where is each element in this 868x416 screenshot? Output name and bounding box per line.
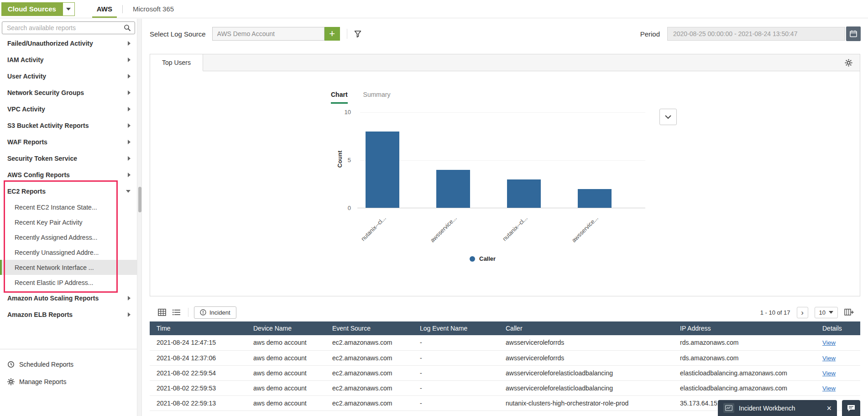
chevron-right-icon [128,123,131,128]
panel-settings-button[interactable] [845,59,852,68]
sidebar-item-label: User Activity [7,73,46,80]
sidebar-subitem-recent-elastic-ip-address[interactable]: Recent Elastic IP Address... [0,275,137,290]
next-page-button[interactable]: › [797,307,808,318]
tab-aws[interactable]: AWS [87,0,122,18]
view-link[interactable]: View [822,339,836,346]
incident-icon [200,309,206,316]
list-view-icon [173,309,181,316]
column-header-caller: Caller [499,321,673,335]
sidebar-item-security-token-service[interactable]: Security Token Service [0,150,137,167]
table-row: 2021-08-24 12:47:15aws demo accountec2.a… [150,335,860,350]
sidebar-item-amazon-auto-scaling-reports[interactable]: Amazon Auto Scaling Reports [0,290,137,306]
chevron-down-icon [126,190,131,193]
sidebar-item-iam-activity[interactable]: IAM Activity [0,52,137,68]
chart-bar[interactable] [578,189,612,208]
table-cell: elasticloadbalancing.amazonaws.com [673,380,816,395]
sidebar-item-scheduled-reports[interactable]: Scheduled Reports [0,356,137,373]
chart-bar[interactable] [507,179,541,208]
scrollbar-thumb[interactable] [138,187,141,212]
incident-button-label: Incident [209,309,230,316]
sidebar-subitem-recently-unassigned-addre[interactable]: Recently Unassigned Addre... [0,245,137,260]
chart-bar[interactable] [436,170,470,208]
column-add-icon [844,309,854,316]
column-header-ip-address: IP Address [673,321,816,335]
sidebar-item-network-security-groups[interactable]: Network Security Groups [0,84,137,101]
sidebar-item-manage-reports[interactable]: Manage Reports [0,373,137,390]
table-row: 2021-08-02 22:59:54aws demo accountec2.a… [150,365,860,380]
sidebar-subitem-recent-network-interface[interactable]: Recent Network Interface ... [0,260,137,275]
table-cell: awsserviceroleforelasticloadbalancing [499,365,673,380]
chevron-right-icon [128,41,131,46]
sidebar-item-user-activity[interactable]: User Activity [0,68,137,84]
log-source-input[interactable] [212,27,324,41]
sidebar-item-s3-bucket-activity-reports[interactable]: S3 Bucket Activity Reports [0,117,137,134]
chart-legend: Caller [470,255,496,262]
chevron-right-icon [128,173,131,177]
sidebar-item-failed-unauthorized-activity[interactable]: Failed/Unauthorized Activity [0,35,137,52]
sidebar-footer: Scheduled Reports Manage Reports [0,349,137,390]
sidebar-item-aws-config-reports[interactable]: AWS Config Reports [0,167,137,183]
page-size-dropdown[interactable]: 10 [815,307,838,318]
sidebar-item-waf-reports[interactable]: WAF Reports [0,134,137,150]
view-link[interactable]: View [822,385,836,392]
chart-plot: nutanix--cl...awsservice...nutanix--cl..… [360,112,645,208]
chevron-down-icon [66,8,71,11]
sidebar-footer-label: Scheduled Reports [19,361,73,368]
chart-bar[interactable] [366,132,399,208]
list-view-button[interactable] [173,309,181,316]
close-icon[interactable]: × [826,404,831,412]
sidebar-item-label: Network Security Groups [7,89,84,96]
grid-view-icon [158,309,166,316]
sidebar-subitem-recently-assigned-address[interactable]: Recently Assigned Address... [0,230,137,245]
view-link[interactable]: View [822,355,836,362]
search-icon [124,24,131,32]
period-range-input[interactable] [667,27,845,41]
table-cell: - [413,365,499,380]
incident-workbench-panel[interactable]: Incident Workbench × [718,400,837,416]
cloud-sources-button[interactable]: Cloud Sources [1,2,63,16]
table-cell: ec2.amazonaws.com [325,380,413,395]
table-cell: ec2.amazonaws.com [325,350,413,365]
table-cell: ec2.amazonaws.com [325,335,413,350]
legend-label: Caller [479,255,496,262]
legend-swatch [470,256,475,262]
sidebar-item-vpc-activity[interactable]: VPC Activity [0,101,137,117]
column-chooser-button[interactable] [844,309,854,316]
chevron-down-icon [665,115,671,119]
controls-row: Select Log Source + Period [150,26,861,41]
sidebar-item-ec2-reports[interactable]: EC2 Reports [0,183,137,200]
filter-button[interactable] [354,30,361,37]
column-header-device-name: Device Name [246,321,325,335]
cloud-sources-caret-button[interactable] [63,2,75,16]
sidebar-report-groups: Failed/Unauthorized ActivityIAM Activity… [0,35,137,323]
tab-summary[interactable]: Summary [363,91,391,104]
calendar-button[interactable] [846,26,861,41]
table-cell: 2021-08-02 22:59:53 [150,380,246,395]
sidebar-scrollbar[interactable] [137,19,142,416]
sidebar-item-label: Amazon ELB Reports [7,311,73,318]
chat-bubble-icon [847,404,856,412]
view-link[interactable]: View [822,370,836,377]
sidebar-item-amazon-elb-reports[interactable]: Amazon ELB Reports [0,306,137,323]
tab-chart[interactable]: Chart [331,91,348,104]
sidebar-subitem-recent-ec2-instance-state[interactable]: Recent EC2 Instance State... [0,200,137,215]
workbench-icon [723,403,734,413]
x-axis-label: nutanix--cl... [337,215,387,265]
tab-top-users[interactable]: Top Users [150,54,203,71]
grid-view-button[interactable] [158,309,166,316]
table-cell: awsserviceroleforrds [499,350,673,365]
chat-button[interactable] [842,400,860,416]
page-size-value: 10 [819,309,826,316]
tab-microsoft-365[interactable]: Microsoft 365 [123,0,184,18]
add-log-source-button[interactable]: + [324,27,340,41]
incident-button[interactable]: Incident [194,306,236,319]
pagination-range: 1 - 10 of 17 [760,309,790,316]
chart-options-button[interactable] [659,109,677,125]
sidebar-subitem-recent-key-pair-activity[interactable]: Recent Key Pair Activity [0,215,137,230]
select-log-source-label: Select Log Source [150,30,206,38]
y-tick-label: 10 [335,109,351,116]
y-tick-label: 0 [335,205,351,211]
chevron-right-icon [128,58,131,62]
cloud-sources-dropdown[interactable]: Cloud Sources [1,2,75,16]
search-input[interactable] [2,21,135,34]
